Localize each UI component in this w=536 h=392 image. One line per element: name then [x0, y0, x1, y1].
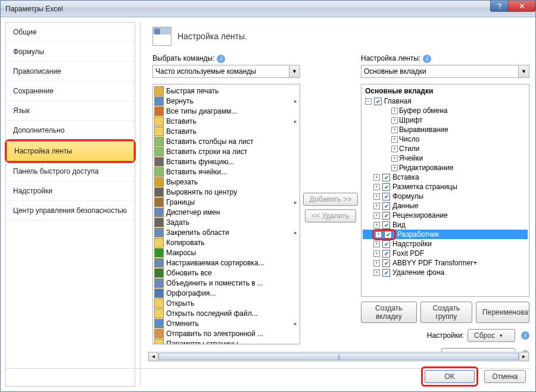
expand-icon[interactable]: +: [391, 117, 398, 124]
command-item[interactable]: Задать: [153, 217, 300, 227]
sidebar-item[interactable]: Сохранение: [6, 81, 135, 101]
expand-icon[interactable]: +: [373, 212, 380, 219]
command-item[interactable]: Объединить и поместить в ...: [153, 278, 300, 288]
tree-item[interactable]: +✔Вид: [363, 220, 528, 230]
expand-icon[interactable]: +: [373, 203, 380, 209]
tree-item[interactable]: +Число: [363, 134, 528, 144]
new-tab-button[interactable]: Создать вкладку: [361, 302, 417, 323]
remove-button[interactable]: << Удалить: [305, 209, 356, 222]
expand-icon[interactable]: +: [373, 250, 380, 257]
command-item[interactable]: Отправить по электронной ...: [153, 328, 300, 338]
tree-item[interactable]: +✔Вставка: [363, 173, 528, 182]
checkbox[interactable]: ✔: [382, 259, 390, 267]
expand-icon[interactable]: +: [373, 184, 380, 190]
expand-icon[interactable]: +: [373, 193, 380, 200]
command-item[interactable]: Вставить ячейки...: [153, 167, 300, 177]
command-item[interactable]: Открыть последний файл...: [153, 308, 300, 318]
sidebar-item[interactable]: Язык: [6, 101, 135, 121]
tree-item[interactable]: −✔Главная: [363, 96, 528, 106]
expand-icon[interactable]: +: [391, 165, 398, 171]
help-button[interactable]: ?: [490, 0, 508, 12]
sidebar-item[interactable]: Панель быстрого доступа: [6, 162, 135, 181]
expand-icon[interactable]: +: [391, 108, 398, 114]
tree-item[interactable]: +Редактирование: [363, 163, 528, 173]
add-button[interactable]: Добавить >>: [303, 193, 358, 206]
command-item[interactable]: Отменить▸: [153, 318, 300, 328]
commands-listbox[interactable]: Быстрая печатьВернуть▸Все типы диаграмм.…: [152, 84, 300, 344]
tree-item[interactable]: +Стили: [363, 144, 528, 153]
reset-dropdown[interactable]: Сброс: [468, 329, 515, 342]
command-item[interactable]: Обновить все: [153, 268, 300, 278]
info-icon[interactable]: i: [521, 331, 529, 340]
info-icon[interactable]: i: [217, 55, 225, 63]
scroll-right-icon[interactable]: ►: [519, 352, 529, 361]
command-item[interactable]: Макросы: [153, 247, 300, 258]
command-item[interactable]: Вставить столбцы на лист: [153, 136, 300, 146]
tree-item[interactable]: +✔ABBYY PDF Transformer+: [363, 258, 528, 268]
ok-button[interactable]: OK: [425, 370, 475, 383]
expand-icon[interactable]: +: [373, 222, 380, 228]
checkbox[interactable]: ✔: [382, 183, 390, 191]
checkbox[interactable]: ✔: [382, 240, 390, 248]
expand-icon[interactable]: +: [373, 241, 380, 247]
tree-item[interactable]: +✔Рецензирование: [363, 211, 528, 220]
info-icon[interactable]: i: [423, 55, 431, 63]
expand-icon[interactable]: +: [373, 174, 380, 181]
command-item[interactable]: Вернуть▸: [153, 96, 300, 106]
command-item[interactable]: Все типы диаграмм...: [153, 106, 300, 116]
new-group-button[interactable]: Создать группу: [420, 302, 473, 323]
tree-item[interactable]: +✔Разработчик: [363, 230, 528, 239]
sidebar-item[interactable]: Центр управления безопасностью: [6, 201, 135, 221]
command-item[interactable]: Настраиваемая сортировка...: [153, 258, 300, 268]
expand-icon[interactable]: +: [373, 269, 380, 276]
checkbox[interactable]: ✔: [382, 250, 390, 258]
tree-item[interactable]: +Буфер обмена: [363, 106, 528, 115]
checkbox[interactable]: ✔: [382, 221, 390, 229]
sidebar-item[interactable]: Дополнительно: [6, 121, 135, 140]
command-item[interactable]: Границы▸: [153, 197, 300, 207]
tree-item[interactable]: +✔Удаление фона: [363, 268, 528, 277]
checkbox[interactable]: ✔: [374, 98, 382, 105]
expand-icon[interactable]: +: [373, 260, 380, 266]
command-item[interactable]: Вставить▸: [153, 116, 300, 126]
sidebar-item[interactable]: Правописание: [6, 62, 135, 81]
ribbon-tree[interactable]: Основные вкладки−✔Главная+Буфер обмена+Ш…: [361, 84, 529, 297]
checkbox[interactable]: ✔: [382, 174, 390, 181]
choose-commands-combo[interactable]: Часто используемые команды ▼: [152, 65, 300, 78]
sidebar-item[interactable]: Формулы: [6, 42, 135, 62]
command-item[interactable]: Вставить строки на лист: [153, 146, 300, 156]
sidebar-item[interactable]: Настройка ленты: [7, 141, 134, 161]
sidebar-item[interactable]: Надстройки: [6, 181, 135, 201]
command-item[interactable]: Быстрая печать: [153, 86, 300, 96]
checkbox[interactable]: ✔: [382, 212, 390, 219]
tree-item[interactable]: +Выравнивание: [363, 125, 528, 134]
tree-item[interactable]: +✔Надстройки: [363, 239, 528, 249]
command-item[interactable]: Вставить: [153, 126, 300, 136]
expand-icon[interactable]: +: [391, 127, 398, 133]
scroll-thumb[interactable]: |||: [158, 353, 519, 360]
checkbox[interactable]: ✔: [382, 202, 390, 210]
expand-icon[interactable]: +: [391, 146, 398, 152]
tree-item[interactable]: +✔Формулы: [363, 192, 528, 201]
command-item[interactable]: Копировать: [153, 237, 300, 247]
tree-item[interactable]: +Ячейки: [363, 153, 528, 163]
horizontal-scrollbar[interactable]: ◄ ||| ►: [148, 352, 529, 362]
command-item[interactable]: Вставить функцию...: [153, 156, 300, 167]
command-item[interactable]: Диспетчер имен: [153, 207, 300, 217]
scroll-left-icon[interactable]: ◄: [148, 352, 158, 361]
sidebar-item[interactable]: Общие: [6, 23, 135, 42]
command-item[interactable]: Выровнять по центру: [153, 187, 300, 197]
expand-icon[interactable]: +: [391, 136, 398, 143]
expand-icon[interactable]: +: [375, 231, 382, 238]
checkbox[interactable]: ✔: [384, 231, 392, 239]
tree-item[interactable]: +✔Данные: [363, 201, 528, 211]
tree-item[interactable]: +✔Foxit PDF: [363, 249, 528, 258]
checkbox[interactable]: ✔: [382, 193, 390, 200]
rename-button[interactable]: Переименовать: [476, 302, 529, 323]
collapse-icon[interactable]: −: [365, 98, 372, 105]
customize-ribbon-combo[interactable]: Основные вкладки ▼: [361, 65, 529, 78]
command-item[interactable]: Орфография...: [153, 288, 300, 298]
checkbox[interactable]: ✔: [382, 269, 390, 277]
cancel-button[interactable]: Отмена: [484, 370, 526, 383]
tree-item[interactable]: +Шрифт: [363, 115, 528, 125]
